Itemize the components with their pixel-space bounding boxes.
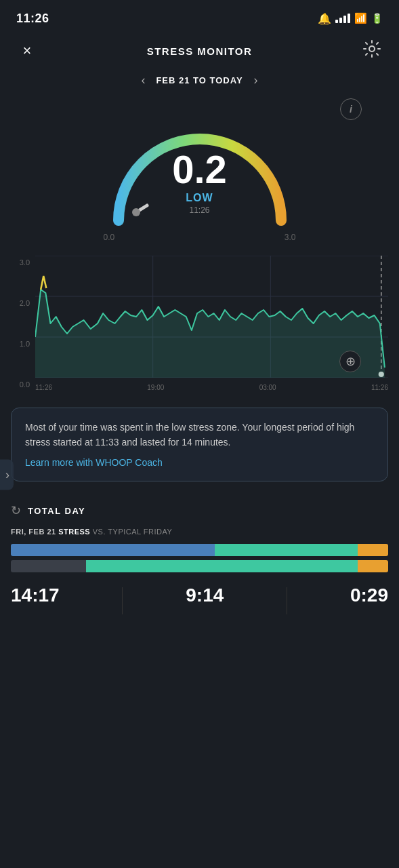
y-label-2: 2.0 — [11, 299, 30, 307]
insight-text: Most of your time was spent in the low s… — [25, 420, 374, 450]
bottom-divider-1 — [122, 587, 123, 614]
bell-icon: 🔔 — [318, 12, 331, 25]
gauge-section: i 0.2 LOW 11:26 0.0 — [0, 98, 399, 242]
gauge-time: 11:26 — [172, 205, 227, 215]
chart-svg — [35, 256, 388, 378]
bar-row-2 — [11, 560, 388, 572]
side-arrow-button[interactable]: › — [0, 460, 14, 490]
chart-canvas — [35, 256, 388, 378]
gauge-wrapper: 0.2 LOW 11:26 — [91, 105, 308, 227]
signal-icon — [335, 14, 350, 23]
chart-container: 3.0 2.0 1.0 0.0 — [11, 256, 388, 391]
bar-orange-1 — [358, 544, 388, 556]
chart-x-labels: 11:26 19:00 03:00 11:26 — [35, 384, 388, 391]
settings-button[interactable] — [361, 39, 383, 62]
gauge-label: LOW — [172, 192, 227, 204]
y-label-3: 3.0 — [11, 258, 30, 267]
total-day-header: ↻ TOTAL DAY — [11, 503, 388, 518]
bottom-num-right-value: 0:29 — [350, 585, 388, 606]
date-range-label: FEB 21 TO TODAY — [156, 75, 243, 85]
status-time: 11:26 — [16, 12, 49, 26]
close-button[interactable]: × — [16, 42, 38, 60]
total-day-icon: ↻ — [11, 503, 21, 518]
gauge-value: 0.2 — [172, 150, 227, 189]
status-icons: 🔔 📶 🔋 — [318, 12, 383, 25]
y-label-0: 0.0 — [11, 380, 30, 389]
whoop-coach-link[interactable]: Learn more with WHOOP Coach — [25, 457, 163, 468]
bottom-num-left-value: 14:17 — [11, 585, 60, 606]
x-label-1: 19:00 — [147, 384, 164, 391]
bar-orange-2 — [358, 560, 388, 572]
bottom-num-center: 9:14 — [186, 585, 224, 606]
x-label-2: 03:00 — [259, 384, 276, 391]
chart-section: 3.0 2.0 1.0 0.0 — [0, 242, 399, 391]
stress-comparison-label: FRI, FEB 21 STRESS VS. TYPICAL FRIDAY — [11, 528, 388, 536]
battery-icon: 🔋 — [371, 13, 383, 24]
bar-green-2 — [86, 560, 358, 572]
bar-row-1 — [11, 544, 388, 556]
bottom-divider-2 — [287, 587, 287, 614]
bar-blue-1 — [11, 544, 215, 556]
bottom-num-left: 14:17 — [11, 585, 60, 606]
insight-box: Most of your time was spent in the low s… — [11, 408, 388, 481]
svg-marker-11 — [35, 290, 385, 378]
gauge-center: 0.2 LOW 11:26 — [172, 150, 227, 215]
date-next-button[interactable]: › — [254, 73, 258, 87]
date-nav: ‹ FEB 21 TO TODAY › — [0, 71, 399, 98]
bottom-num-center-value: 9:14 — [186, 585, 224, 606]
bottom-numbers: 14:17 9:14 0:29 — [0, 578, 399, 628]
bar-group-1 — [11, 544, 388, 572]
info-button[interactable]: i — [340, 98, 362, 120]
y-label-1: 1.0 — [11, 340, 30, 348]
x-label-0: 11:26 — [35, 384, 52, 391]
zoom-button[interactable]: ⊕ — [339, 351, 361, 372]
x-label-3: 11:26 — [371, 384, 388, 391]
total-day-section: ↻ TOTAL DAY FRI, FEB 21 STRESS VS. TYPIC… — [0, 492, 399, 572]
bar-green-1 — [215, 544, 358, 556]
total-day-label: TOTAL DAY — [28, 506, 85, 516]
svg-point-2 — [132, 208, 140, 216]
header: × STRESS MONITOR — [0, 34, 399, 71]
page-title: STRESS MONITOR — [147, 45, 253, 57]
wifi-icon: 📶 — [354, 12, 367, 24]
date-prev-button[interactable]: ‹ — [141, 73, 145, 87]
status-bar: 11:26 🔔 📶 🔋 — [0, 0, 399, 34]
bottom-num-right: 0:29 — [350, 585, 388, 606]
bar-gray-2 — [11, 560, 86, 572]
chart-y-labels: 3.0 2.0 1.0 0.0 — [11, 256, 30, 391]
svg-point-0 — [369, 46, 375, 52]
